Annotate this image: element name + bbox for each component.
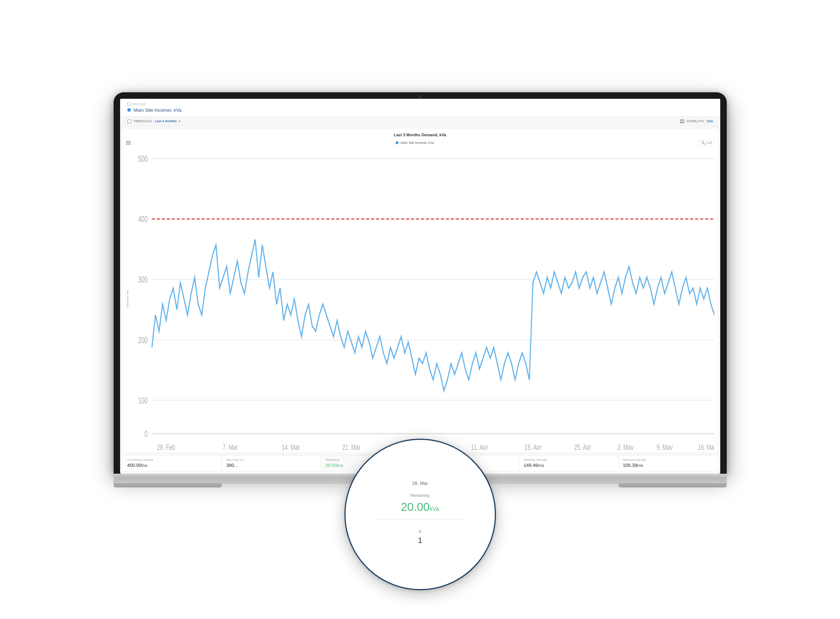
svg-text:18. Apr: 18. Apr [524,443,541,450]
laptop-screen: GROUP Main Site Incomer, kVa TIMESCALE: … [120,99,720,474]
svg-text:2. May: 2. May [617,443,633,450]
laptop-camera [418,95,422,99]
overlays-right: OVERLAYS: Cha [680,119,713,123]
group-icon [127,102,131,106]
site-name: Main Site Incomer, kVa [127,108,713,113]
overlays-value[interactable]: Cha [707,119,713,123]
overlays-label: OVERLAYS: [686,119,704,123]
svg-text:21. Mar: 21. Mar [342,443,360,450]
svg-text:200: 200 [138,335,148,345]
magnify-divider [373,519,467,520]
site-dot [127,108,131,112]
chart-area: Demand, kVa 500 400 [126,148,714,450]
search-icon: 🔍 [701,141,705,145]
app-header: GROUP Main Site Incomer, kVa [120,99,720,117]
magnify-extra-label: A [364,529,477,534]
chart-legend: Main Site Incomer, kVa [396,141,434,145]
magnify-remaining-label: Remaining [353,493,488,498]
legend-dot [396,141,398,144]
search-text: Full [707,141,712,145]
magnify-date: 28. Mar [353,481,488,486]
svg-text:9. May: 9. May [656,443,673,450]
magnify-circle: 28. Mar Remaining 20.00kVa A 1 [344,439,496,590]
chart-container: Last 3 Months Demand, kVa Main Site Inco… [123,129,717,452]
laptop-bezel: GROUP Main Site Incomer, kVa TIMESCALE: … [114,92,727,474]
svg-text:500: 500 [138,154,148,163]
svg-text:28. Feb: 28. Feb [157,443,175,450]
svg-text:16. May: 16. May [698,443,714,450]
stat-max-peak: Max Peak 2a... 380... [222,455,321,471]
magnify-content: 28. Mar Remaining 20.00kVa A 1 [346,473,495,556]
hamburger-icon[interactable] [126,141,131,145]
svg-text:11. Apr: 11. Apr [471,443,488,450]
chart-search[interactable]: 🔍 Full [699,140,714,146]
laptop: GROUP Main Site Incomer, kVa TIMESCALE: … [114,92,727,484]
chevron-down-icon[interactable]: ▾ [179,120,180,123]
y-axis-label: Demand, kVa [126,290,129,308]
stat-weekday-avg: Weekday Average 149.46kVa [520,455,618,471]
stat-contracted-capacity: Contracted Capacity 400.00kVa [123,455,222,471]
chart-title: Last 3 Months Demand, kVa [126,133,714,137]
group-label: GROUP [127,102,713,106]
chart-svg: 500 400 300 200 [130,148,714,450]
chart-controls: Main Site Incomer, kVa 🔍 Full [126,140,714,146]
scene: GROUP Main Site Incomer, kVa TIMESCALE: … [0,0,840,619]
chart-inner: 500 400 300 200 [130,148,714,450]
magnify-extra-value: 1 [364,536,477,545]
svg-text:400: 400 [138,214,148,224]
grid-icon [680,119,684,123]
group-text: GROUP [132,102,146,106]
legend-label: Main Site Incomer, kVa [401,141,434,145]
timescale-left: TIMESCALE: Last 3 months ▾ [127,119,181,123]
stat-weekend-avg: Weekend Average 100.39kVa [618,455,717,471]
timescale-bar: TIMESCALE: Last 3 months ▾ OVERLAYS: Cha [120,117,720,126]
calendar-icon [127,119,131,123]
svg-text:0: 0 [144,429,148,438]
svg-text:300: 300 [138,275,148,284]
magnify-bottom-content: A 1 [353,526,488,549]
timescale-value[interactable]: Last 3 months [155,119,177,123]
laptop-foot-left [114,483,222,487]
svg-text:14. Mar: 14. Mar [281,443,300,450]
magnify-remaining-value: 20.00 [401,500,430,513]
laptop-foot-right [618,483,727,487]
site-name-text: Main Site Incomer, kVa [134,108,182,113]
magnify-value: 20.00kVa [353,500,488,514]
timescale-label: TIMESCALE: [133,119,153,123]
svg-text:100: 100 [138,396,148,405]
svg-text:7. Mar: 7. Mar [223,443,238,450]
app-ui: GROUP Main Site Incomer, kVa TIMESCALE: … [120,99,720,474]
svg-text:25. Apr: 25. Apr [574,443,591,450]
magnify-unit: kVa [430,506,439,512]
